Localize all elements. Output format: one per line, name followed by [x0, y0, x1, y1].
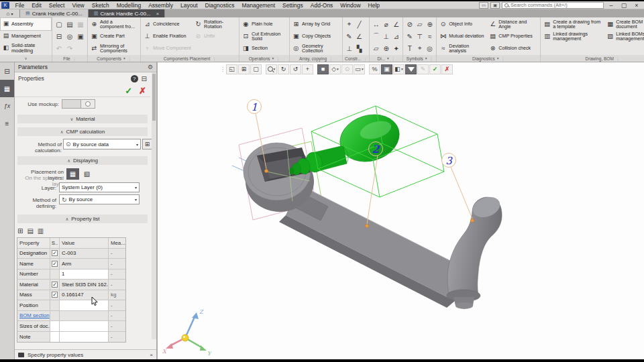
menu-select[interactable]: Select [45, 2, 68, 9]
checkbox-checked[interactable]: ✓ [52, 292, 58, 298]
construction-angle-icon[interactable]: ∠ [354, 30, 364, 42]
copy-objects-button[interactable]: ▣Copy Objects [291, 30, 341, 42]
construction-axis-icon[interactable]: ⊥ [344, 42, 354, 54]
tolerance-dimension-icon[interactable]: ✦ [391, 42, 401, 54]
bom-section-link[interactable]: BOM section [19, 312, 50, 318]
symbol-view-icon[interactable]: ◎ [425, 42, 435, 54]
projection-view-button[interactable]: ▭▾ [354, 64, 365, 74]
component-structure-button[interactable]: ⊞ [238, 64, 250, 74]
confirm-icon[interactable]: ✓ [125, 86, 132, 96]
position-value-field[interactable] [60, 300, 109, 310]
home-button[interactable]: ⌂ ▾ [0, 9, 20, 17]
array-by-grid-button[interactable]: ⊞Array by Grid [291, 18, 341, 30]
viewport-cancel-button[interactable]: ✗ [441, 64, 453, 74]
angular-dimension-icon[interactable]: ∠ [391, 18, 401, 30]
geometry-collection-button[interactable]: ◎Geometry Collection [291, 42, 341, 54]
orientation-cube-button[interactable]: ■ [317, 64, 329, 74]
ribbon-tab-management[interactable]: ▤Management [1, 30, 51, 42]
method-defining-combo[interactable]: ↻ By source ▾ [59, 194, 140, 204]
main-menu-button[interactable]: ≡ [0, 115, 14, 132]
construction-point-icon[interactable]: ⌖ [344, 18, 354, 30]
maximize-button[interactable]: ▢ [619, 2, 629, 9]
menu-settings[interactable]: Settings [279, 2, 307, 9]
selected-knob-part[interactable] [290, 107, 405, 176]
parameters-panel-button[interactable]: ▦ [0, 80, 14, 97]
crank-arm-part[interactable] [244, 143, 478, 308]
add-property-icon[interactable]: ⊞ [17, 227, 23, 235]
datum-dimension-icon[interactable]: ⊕ [381, 42, 391, 54]
construction-line-icon[interactable]: ╱ [354, 18, 364, 30]
tab-crank-handle-1[interactable]: ▤ Crank Handle C-00... [20, 9, 89, 17]
screen-capture-icon[interactable]: ▣ [490, 2, 500, 9]
panel-scrollbar[interactable] [152, 72, 156, 339]
coordinate-axes-button[interactable]: + [302, 64, 313, 74]
section-displaying[interactable]: ∧Displaying [17, 156, 148, 165]
assembly-3d-scene[interactable]: 1 2 3 Z X Y [158, 62, 644, 359]
menu-layout[interactable]: Layout [177, 2, 202, 9]
highlight-components-button[interactable]: ▣ [381, 64, 392, 74]
create-drawing-template-button[interactable]: ▤Create a drawing from a template [542, 18, 605, 30]
add-component-button[interactable]: ⊕Add a component fro... [89, 18, 139, 30]
window-layout-icon[interactable]: ▭ [479, 2, 488, 9]
scrollbar-thumb[interactable] [152, 74, 156, 121]
structure-icon[interactable]: ⊟ [142, 75, 147, 82]
ribbon-tab-assembly[interactable]: ▣Assembly [1, 18, 51, 30]
filter-button[interactable] [405, 64, 417, 74]
print-icon[interactable]: ⊟ [54, 30, 64, 42]
menu-diagnostics[interactable]: Diagnostics [201, 2, 238, 9]
help-icon[interactable]: ? [131, 75, 138, 82]
toolbar-grip[interactable]: ⋮⋮ [220, 66, 225, 72]
section-button[interactable]: ◨Section [241, 42, 288, 54]
create-bom-button[interactable]: ▦Create BOM by document [605, 18, 644, 30]
rotation-rotation-button[interactable]: ↻Rotation-Rotation [193, 18, 237, 30]
gear-icon[interactable]: ⚙ [148, 64, 153, 70]
menu-sketch[interactable]: Sketch [88, 2, 113, 9]
menu-assembly[interactable]: Assembly [145, 2, 177, 9]
external-source-button[interactable]: ⊞ [142, 139, 152, 149]
plain-hole-button[interactable]: ◉Plain hole [241, 18, 288, 30]
section-property-list[interactable]: ∧Property list [17, 215, 148, 223]
menu-addons[interactable]: Add-Ons [307, 2, 337, 9]
arc-dimension-icon[interactable]: ⌒ [371, 30, 381, 42]
layer-combo[interactable]: System Layer (0) ▾ [59, 182, 140, 192]
handle-knob-part[interactable] [447, 194, 503, 309]
tab-crank-handle-2[interactable]: ▥ Crank Handle C-00... × [89, 9, 165, 17]
menu-help[interactable]: Help [364, 2, 383, 9]
collision-check-button[interactable]: ⊗Collision check [488, 42, 539, 54]
symbol-text-icon[interactable]: T [405, 42, 415, 54]
checkbox-checked[interactable]: ✓ [52, 282, 58, 288]
property-settings-icon[interactable]: ▤ [27, 227, 33, 235]
linked-drawings-button[interactable]: ▥Linked drawings management [542, 30, 605, 42]
workplane-button[interactable]: ◧▾ [393, 64, 405, 74]
ribbon-tab-solid-modelling[interactable]: ◧Solid-state modelling [1, 42, 51, 54]
viewport-confirm-button[interactable]: ✓ [429, 64, 441, 74]
clip-view-button[interactable]: % [369, 64, 380, 74]
symbol-mark-icon[interactable]: ⌖ [415, 42, 425, 54]
leader-dimension-icon[interactable]: ▱ [371, 42, 381, 54]
symbol-slash-icon[interactable]: ⊘ [405, 18, 415, 30]
tab-close-icon[interactable]: × [156, 11, 160, 17]
construction-plane-icon[interactable]: ▚ [354, 42, 364, 54]
section-material[interactable]: ∨Material [17, 115, 148, 123]
rotate-view-button[interactable]: ↺ [290, 64, 301, 74]
section-cmp-calculation[interactable]: ∧CMP calculation [17, 127, 148, 136]
construction-sketch-icon[interactable]: ✎ [344, 30, 354, 42]
open-document-icon[interactable]: ▤ [64, 18, 75, 30]
copy-properties-icon[interactable]: ▥ [38, 227, 44, 235]
symbol-target-icon[interactable]: ⊕ [425, 18, 435, 30]
cancel-icon[interactable]: ✗ [139, 86, 146, 96]
zoom-button[interactable]: ▾ [266, 64, 277, 74]
symbol-shape-icon[interactable]: ▱ [415, 18, 425, 30]
mutual-deviation-button[interactable]: ⋈Mutual deviation [438, 30, 488, 42]
checkbox-checked[interactable]: ✓ [52, 261, 58, 267]
deviation-analysis-button[interactable]: ≈Deviation analysis [438, 42, 488, 54]
diameter-dimension-icon[interactable]: ⌀ [381, 18, 391, 30]
new-document-icon[interactable]: ▢ [54, 18, 64, 30]
refresh-view-button[interactable]: ↻ [278, 64, 289, 74]
minimize-button[interactable]: – [606, 2, 616, 9]
menu-modelling[interactable]: Modelling [113, 2, 144, 9]
linked-boms-button[interactable]: ▧Linked BOMs management [605, 30, 644, 42]
coincidence-button[interactable]: ⊿Coincidence [142, 18, 193, 30]
tree-structure-button[interactable]: ⊟ [0, 62, 14, 80]
cmp-properties-button[interactable]: ▤CMP Properties [488, 30, 539, 42]
